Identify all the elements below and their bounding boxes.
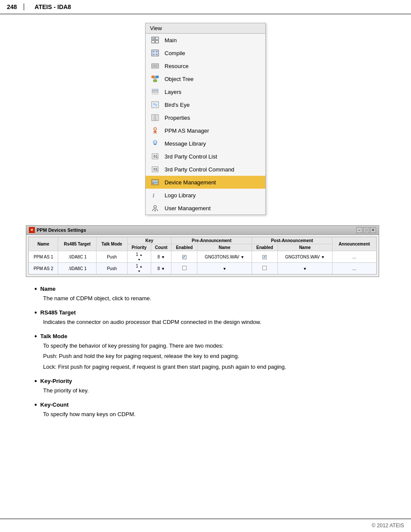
compile-icon — [150, 49, 160, 57]
page-footer: © 2012 ATEIS — [0, 519, 411, 532]
menu-label-compile: Compile — [165, 50, 185, 56]
bullet-key-priority: • Key-Priority The priority of key. — [34, 378, 377, 395]
svg-rect-47 — [153, 183, 154, 184]
bullet-dot-key-priority: • — [34, 378, 37, 385]
view-menu-panel: View Main Compile Resource — [145, 23, 266, 215]
dialog-title-buttons: – □ ✕ — [356, 227, 376, 233]
svg-rect-4 — [153, 38, 154, 39]
main-icon — [150, 36, 160, 44]
ppm-table: Name Rs485 Target Talk Mode Key Pre-Anno… — [28, 237, 377, 274]
bullet-sub-push: Push: Push and hold the key for paging r… — [43, 352, 377, 361]
bullet-title-name: • Name — [34, 286, 377, 292]
menu-item-resource[interactable]: Resource — [146, 59, 265, 72]
bullet-desc-talkmode: To specify the behavior of key pressing … — [43, 342, 377, 351]
th-post-name: Name — [277, 244, 332, 251]
ppm-dialog: ✕ PPM Devices Settings – □ ✕ Name Rs485 … — [26, 225, 379, 277]
bullet-title-key-count: • Key-Count — [34, 401, 377, 408]
menu-label-layers: Layers — [165, 89, 181, 95]
ppm-dialog-container: ✕ PPM Devices Settings – □ ✕ Name Rs485 … — [26, 225, 385, 277]
menu-item-device-management[interactable]: Device Management — [146, 176, 265, 189]
layers-icon — [150, 87, 160, 96]
post-enabled-checkbox[interactable] — [262, 266, 267, 270]
svg-rect-13 — [156, 76, 159, 78]
minimize-button[interactable]: – — [356, 227, 362, 233]
dialog-title-text: PPM Devices Settings — [37, 227, 86, 233]
menu-label-resource: Resource — [165, 63, 189, 69]
pre-enabled-checkbox[interactable] — [182, 266, 187, 270]
svg-point-49 — [154, 205, 156, 208]
menu-item-properties[interactable]: Properties — [146, 111, 265, 124]
logo-library-icon: I — [150, 191, 160, 199]
menu-item-3rd-party-list[interactable]: 01 3rd Party Control List — [146, 150, 265, 163]
bullet-name: • Name The name of CDPM object, click to… — [34, 286, 377, 303]
object-tree-icon — [150, 75, 160, 83]
3rd-party-list-icon: 01 — [150, 152, 160, 161]
th-rs485target: Rs485 Target — [58, 237, 97, 251]
post-enabled-checkbox[interactable]: ✓ — [262, 255, 267, 259]
bullet-content-name: The name of CDPM object, click to rename… — [34, 294, 377, 303]
table-cell: Push — [97, 263, 128, 274]
menu-item-logo-library[interactable]: I Logo Library — [146, 189, 265, 202]
svg-rect-7 — [156, 51, 158, 53]
menu-item-3rd-party-cmd[interactable]: 01 3rd Party Control Command — [146, 163, 265, 176]
menu-item-user-management[interactable]: User Management — [146, 202, 265, 215]
device-management-icon — [150, 178, 160, 187]
bullet-rs485target: • RS485 Target Indicates the connector o… — [34, 309, 377, 327]
user-management-icon — [150, 204, 160, 212]
main-content: View Main Compile Resource — [0, 23, 411, 419]
svg-rect-8 — [153, 53, 155, 55]
table-cell: 1 ▲▼ — [127, 251, 151, 263]
table-cell: ... — [332, 263, 376, 274]
bullet-title-rs485: • RS485 Target — [34, 309, 377, 316]
properties-icon — [150, 113, 160, 122]
svg-text:01: 01 — [153, 154, 158, 159]
bullet-dot-key-count: • — [34, 401, 37, 408]
close-button[interactable]: ✕ — [370, 227, 376, 233]
menu-screenshot: View Main Compile Resource — [26, 23, 385, 215]
svg-rect-1 — [156, 37, 159, 40]
menu-label-properties: Properties — [165, 115, 190, 121]
table-cell: .\IDA8C 1 — [58, 251, 97, 263]
restore-button[interactable]: □ — [363, 227, 369, 233]
svg-text:01: 01 — [153, 167, 158, 171]
bullet-label-talkmode: Talk Mode — [40, 333, 68, 339]
pre-enabled-checkbox[interactable]: ✓ — [182, 255, 187, 259]
bullet-desc-rs485: Indicates the connector on audio process… — [43, 318, 377, 327]
table-cell: PPM AS 2 — [29, 263, 58, 274]
menu-item-main[interactable]: Main — [146, 34, 265, 47]
menu-label-3rd-party-list: 3rd Party Control List — [165, 153, 217, 160]
bullet-key-count: • Key-Count To specify how many keys on … — [34, 401, 377, 419]
svg-rect-11 — [153, 65, 158, 67]
bullet-dot-rs485: • — [34, 309, 37, 316]
menu-item-object-tree[interactable]: Object Tree — [146, 72, 265, 85]
th-announcement: Announcement — [332, 237, 376, 251]
svg-point-50 — [155, 210, 156, 212]
table-cell: GNG3TONS.WAV ▼ — [277, 251, 332, 263]
th-key-group: Key — [127, 237, 171, 244]
bullet-dot-name: • — [34, 286, 37, 292]
menu-item-layers[interactable]: Layers — [146, 85, 265, 98]
menu-item-birds-eye[interactable]: Bird's Eye — [146, 98, 265, 111]
svg-rect-24 — [156, 104, 157, 106]
menu-label-ppm-as-manager: PPM AS Manager — [165, 128, 209, 134]
bullet-desc-key-priority: The priority of key. — [43, 386, 377, 395]
resource-icon — [150, 62, 160, 70]
bullet-content-rs485: Indicates the connector on audio process… — [34, 318, 377, 327]
table-cell: ✓ — [252, 251, 277, 263]
menu-item-ppm-as-manager[interactable]: PPM AS Manager — [146, 124, 265, 137]
bullet-content-talkmode: To specify the behavior of key pressing … — [34, 342, 377, 372]
menu-item-message-library[interactable]: Message Library — [146, 137, 265, 150]
bullet-desc-name: The name of CDPM object, click to rename… — [43, 294, 377, 303]
menu-label-main: Main — [165, 37, 177, 44]
svg-rect-23 — [153, 103, 155, 105]
svg-rect-12 — [152, 76, 155, 78]
th-pre-name: Name — [197, 244, 252, 251]
menu-label-user-management: User Management — [165, 205, 211, 212]
svg-rect-9 — [156, 53, 158, 55]
bullet-label-rs485: RS485 Target — [40, 309, 76, 316]
table-cell: 8 ▼ — [151, 251, 171, 263]
copyright-text: © 2012 ATEIS — [372, 523, 404, 529]
svg-rect-19 — [152, 91, 158, 93]
bullet-desc-key-count: To specify how many keys on CDPM. — [43, 410, 377, 419]
menu-item-compile[interactable]: Compile — [146, 47, 265, 59]
